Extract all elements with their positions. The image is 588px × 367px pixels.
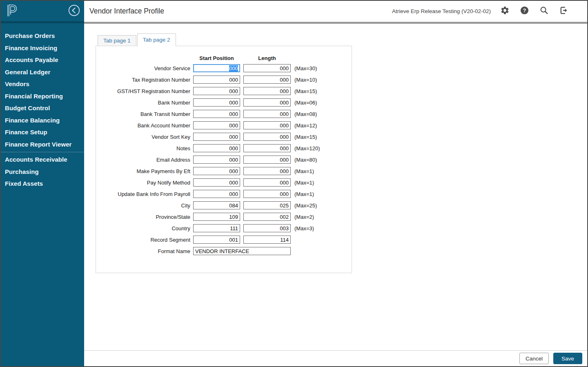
length-input[interactable] (243, 133, 291, 141)
start-position-input[interactable] (193, 98, 240, 107)
field-label: Notes (102, 145, 193, 151)
form-row: Record Segment (102, 236, 352, 244)
cancel-button[interactable]: Cancel (519, 353, 549, 364)
gear-icon (500, 6, 510, 16)
start-position-input[interactable] (193, 156, 240, 164)
start-position-input[interactable] (193, 201, 240, 209)
length-input[interactable] (243, 64, 291, 72)
field-label: Province/State (102, 214, 193, 220)
max-length-label: (Max=06) (294, 100, 317, 106)
start-position-input[interactable]: 000 (193, 64, 240, 72)
sidebar-item-finance-balancing[interactable]: Finance Balancing (1, 114, 84, 127)
tab-page-2[interactable]: Tab page 2 (137, 33, 176, 46)
field-label: GST/HST Registration Number (102, 88, 193, 94)
start-position-input[interactable] (193, 224, 240, 232)
length-input[interactable] (243, 213, 291, 221)
settings-button[interactable] (500, 6, 510, 16)
tab-page-1[interactable]: Tab page 1 (98, 35, 136, 46)
form-row: Update Bank Info From Payroll(Max=1) (102, 190, 352, 198)
field-label: Tax Registration Number (102, 77, 193, 83)
powerschool-logo (6, 3, 18, 19)
max-length-label: (Max=2) (294, 214, 314, 220)
selected-text: 000 (229, 65, 238, 71)
sidebar-item-accounts-receivable[interactable]: Accounts Receivable (1, 153, 84, 166)
length-input[interactable] (243, 144, 291, 152)
start-position-input[interactable] (193, 87, 240, 95)
sidebar-item-finance-invoicing[interactable]: Finance Invoicing (1, 42, 84, 54)
length-input[interactable] (243, 76, 291, 84)
length-input[interactable] (243, 201, 291, 209)
sidebar-item-fixed-assets[interactable]: Fixed Assets (1, 178, 84, 190)
max-length-label: (Max=25) (294, 202, 317, 209)
field-label: Email Address (102, 157, 193, 163)
form-row: GST/HST Registration Number(Max=15) (102, 87, 352, 95)
length-input[interactable] (243, 236, 291, 244)
field-label: Bank Number (102, 100, 193, 106)
collapse-sidebar-button[interactable] (68, 5, 80, 17)
sidebar-item-finance-report-viewer[interactable]: Finance Report Viewer (1, 138, 84, 151)
start-position-input[interactable] (193, 144, 240, 152)
collapse-sidebar-icon (68, 4, 80, 18)
start-position-input[interactable] (193, 213, 240, 221)
start-position-input[interactable] (193, 133, 240, 141)
sidebar-item-accounts-payable[interactable]: Accounts Payable (1, 54, 84, 66)
start-position-header: Start Position (193, 55, 240, 61)
sidebar-nav: Purchase OrdersFinance InvoicingAccounts… (1, 23, 84, 190)
help-button[interactable]: ? (519, 6, 529, 16)
field-label: Update Bank Info From Payroll (102, 191, 193, 197)
format-name-input[interactable] (193, 247, 291, 255)
sidebar-item-finance-setup[interactable]: Finance Setup (1, 126, 84, 138)
form-row: Bank Account Number(Max=12) (102, 121, 352, 129)
field-label: Bank Account Number (102, 122, 193, 129)
form-panel: Start Position Length Vendor Service000(… (96, 46, 352, 273)
form-row: Country(Max=3) (102, 224, 352, 232)
sidebar-item-purchase-orders[interactable]: Purchase Orders (1, 30, 84, 42)
tab-strip: Tab page 1 Tab page 2 (98, 33, 587, 46)
sidebar-item-financial-reporting[interactable]: Financial Reporting (1, 90, 84, 102)
sidebar-item-general-ledger[interactable]: General Ledger (1, 66, 84, 78)
length-input[interactable] (243, 190, 291, 198)
start-position-input[interactable] (193, 167, 240, 175)
length-input[interactable] (243, 98, 291, 107)
field-label: Pay Notify Method (102, 180, 193, 186)
max-length-label: (Max=1) (294, 180, 314, 186)
start-position-input[interactable] (193, 121, 240, 129)
sidebar-item-purchasing[interactable]: Purchasing (1, 166, 84, 178)
start-position-input[interactable] (193, 178, 240, 187)
sign-out-button[interactable] (559, 6, 568, 16)
form-row: Tax Registration Number(Max=10) (102, 76, 352, 84)
length-input[interactable] (243, 224, 291, 232)
start-position-input[interactable] (193, 236, 240, 244)
start-position-input[interactable] (193, 76, 240, 84)
max-length-label: (Max=15) (294, 134, 317, 140)
start-position-input[interactable] (193, 190, 240, 198)
field-label: Format Name (102, 248, 193, 254)
length-input[interactable] (243, 110, 291, 118)
field-label: Record Segment (102, 237, 193, 243)
top-bar-actions: Atrieve Erp Release Testing (V20-02-02) … (392, 6, 568, 16)
length-input[interactable] (243, 167, 291, 175)
field-label: Bank Transit Number (102, 111, 193, 117)
length-input[interactable] (243, 87, 291, 95)
start-position-input[interactable] (193, 110, 240, 118)
environment-label: Atrieve Erp Release Testing (V20-02-02) (392, 8, 491, 14)
max-length-label: (Max=120) (294, 145, 320, 151)
search-icon (539, 6, 549, 16)
form-row: City(Max=25) (102, 201, 352, 209)
svg-text:?: ? (523, 7, 526, 13)
sidebar: Purchase OrdersFinance InvoicingAccounts… (1, 1, 84, 366)
form-row: Pay Notify Method(Max=1) (102, 178, 352, 187)
search-button[interactable] (539, 6, 549, 16)
max-length-label: (Max=08) (294, 111, 317, 117)
save-button[interactable]: Save (553, 353, 582, 364)
max-length-label: (Max=15) (294, 88, 317, 94)
form-row: Vendor Service000(Max=30) (102, 64, 352, 72)
length-input[interactable] (243, 121, 291, 129)
field-label: City (102, 202, 193, 209)
max-length-label: (Max=30) (294, 65, 317, 71)
length-input[interactable] (243, 178, 291, 187)
form-row: Province/State(Max=2) (102, 213, 352, 221)
sidebar-item-budget-control[interactable]: Budget Control (1, 102, 84, 114)
sidebar-item-vendors[interactable]: Vendors (1, 78, 84, 90)
length-input[interactable] (243, 156, 291, 164)
